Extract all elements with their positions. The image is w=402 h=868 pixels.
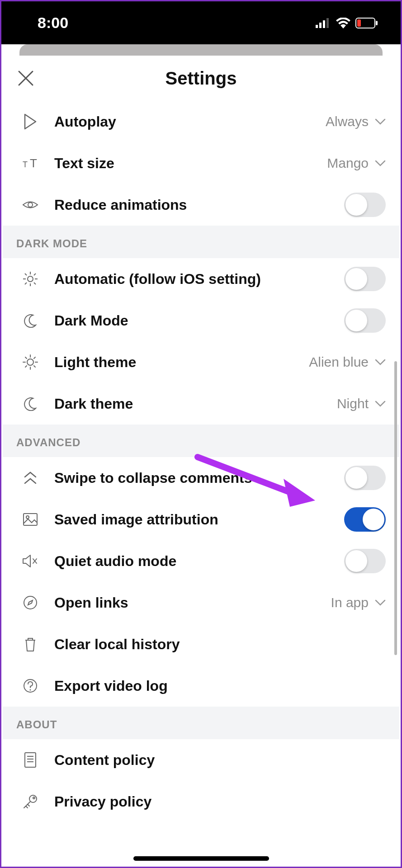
- row-value: In app: [331, 595, 369, 610]
- home-indicator[interactable]: [133, 856, 269, 861]
- row-label: Dark Mode: [54, 312, 344, 329]
- document-icon: [20, 752, 41, 768]
- section-advanced: ADVANCED: [3, 425, 399, 457]
- svg-line-15: [25, 274, 27, 275]
- svg-point-29: [26, 516, 29, 519]
- row-label: Text size: [54, 155, 327, 172]
- moon-icon: [20, 313, 41, 328]
- chevron-down-icon: [375, 599, 386, 606]
- row-label: Export video log: [54, 678, 386, 694]
- svg-rect-6: [357, 19, 361, 27]
- svg-rect-3: [326, 18, 329, 28]
- row-clear-history[interactable]: Clear local history: [3, 623, 399, 665]
- chevron-down-icon: [375, 400, 386, 407]
- toggle-automatic[interactable]: [344, 267, 386, 291]
- section-about: ABOUT: [3, 707, 399, 739]
- row-value: Always: [326, 114, 369, 129]
- row-light-theme[interactable]: Light theme Alien blue: [3, 341, 399, 383]
- svg-rect-1: [319, 23, 322, 28]
- toggle-dark-mode[interactable]: [344, 308, 386, 333]
- row-label: Saved image attribution: [54, 511, 344, 528]
- row-value: Alien blue: [309, 354, 369, 370]
- svg-line-25: [34, 366, 35, 367]
- mute-icon: [20, 554, 41, 568]
- battery-icon: [355, 18, 378, 28]
- status-icons: [316, 18, 378, 28]
- svg-point-32: [30, 689, 31, 691]
- svg-rect-5: [376, 21, 378, 25]
- row-dark-theme[interactable]: Dark theme Night: [3, 383, 399, 425]
- scrollbar[interactable]: [394, 361, 397, 655]
- svg-line-24: [25, 357, 27, 359]
- row-label: Open links: [54, 594, 331, 611]
- row-reduce-animations[interactable]: Reduce animations: [3, 184, 399, 226]
- svg-line-18: [25, 283, 27, 284]
- status-time: 8:00: [38, 14, 68, 32]
- row-quiet-audio[interactable]: Quiet audio mode: [3, 540, 399, 582]
- chevron-down-icon: [375, 359, 386, 366]
- svg-text:T: T: [23, 160, 28, 169]
- row-open-links[interactable]: Open links In app: [3, 582, 399, 623]
- toggle-swipe-collapse[interactable]: [344, 466, 386, 490]
- collapse-icon: [20, 471, 41, 485]
- row-content-policy[interactable]: Content policy: [3, 739, 399, 781]
- page-title: Settings: [166, 68, 237, 89]
- svg-rect-2: [323, 20, 325, 28]
- close-button[interactable]: [16, 69, 35, 88]
- text-size-icon: TT: [20, 156, 41, 170]
- row-text-size[interactable]: TT Text size Mango: [3, 142, 399, 184]
- svg-rect-0: [316, 25, 318, 28]
- chevron-down-icon: [375, 118, 386, 125]
- row-automatic[interactable]: Automatic (follow iOS setting): [3, 258, 399, 300]
- eye-icon: [20, 199, 41, 211]
- row-saved-image-attribution[interactable]: Saved image attribution: [3, 499, 399, 540]
- row-label: Swipe to collapse comments: [54, 470, 344, 486]
- settings-sheet: Settings Autoplay Always TT Text size Ma…: [3, 56, 399, 865]
- cellular-icon: [316, 18, 331, 28]
- close-icon: [16, 69, 35, 88]
- svg-point-9: [28, 203, 33, 207]
- section-dark-mode: DARK MODE: [3, 226, 399, 258]
- key-icon: [20, 793, 41, 810]
- svg-rect-33: [25, 753, 36, 767]
- svg-point-30: [24, 596, 37, 609]
- row-swipe-collapse[interactable]: Swipe to collapse comments: [3, 457, 399, 499]
- status-bar: 8:00: [1, 1, 401, 44]
- row-label: Reduce animations: [54, 197, 344, 213]
- image-icon: [20, 513, 41, 526]
- svg-text:T: T: [30, 156, 37, 170]
- svg-point-38: [33, 797, 35, 799]
- row-label: Privacy policy: [54, 793, 386, 810]
- svg-line-16: [34, 283, 36, 284]
- svg-point-10: [28, 276, 33, 282]
- trash-icon: [20, 637, 41, 652]
- row-label: Automatic (follow iOS setting): [54, 271, 344, 288]
- toggle-quiet-audio[interactable]: [344, 549, 386, 573]
- row-label: Quiet audio mode: [54, 553, 344, 570]
- moon-icon: [20, 396, 41, 411]
- compass-icon: [20, 595, 41, 610]
- svg-line-26: [34, 357, 35, 359]
- gear-icon: [20, 271, 41, 287]
- svg-line-27: [25, 366, 27, 367]
- row-label: Light theme: [54, 354, 309, 371]
- row-dark-mode[interactable]: Dark Mode: [3, 300, 399, 341]
- row-privacy-policy[interactable]: Privacy policy: [3, 781, 399, 822]
- toggle-saved-attribution[interactable]: [344, 507, 386, 532]
- row-label: Autoplay: [54, 113, 326, 130]
- toggle-reduce-animations[interactable]: [344, 193, 386, 217]
- row-autoplay[interactable]: Autoplay Always: [3, 101, 399, 142]
- row-value: Night: [337, 396, 369, 411]
- svg-rect-28: [24, 514, 37, 525]
- wifi-icon: [336, 18, 351, 28]
- row-label: Content policy: [54, 752, 386, 769]
- row-value: Mango: [327, 156, 369, 171]
- help-icon: [20, 678, 41, 693]
- row-label: Clear local history: [54, 636, 386, 653]
- settings-header: Settings: [3, 56, 399, 101]
- chevron-down-icon: [375, 160, 386, 167]
- row-export-video-log[interactable]: Export video log: [3, 665, 399, 707]
- play-icon: [20, 113, 41, 130]
- svg-point-19: [27, 359, 33, 365]
- row-label: Dark theme: [54, 396, 337, 412]
